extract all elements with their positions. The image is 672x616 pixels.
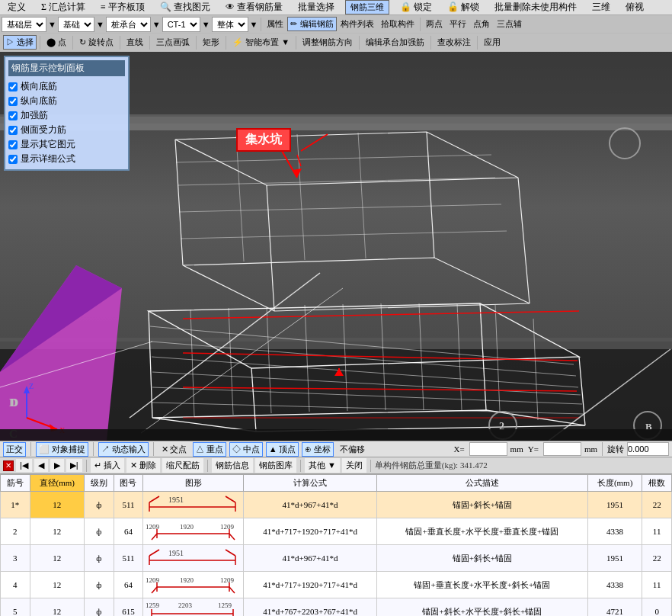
rotate-point-btn[interactable]: ↻ 旋转点 bbox=[76, 35, 117, 50]
point-btn[interactable]: ⬤ 点 bbox=[43, 35, 69, 50]
menu-unlock[interactable]: 🔓 解锁 bbox=[443, 0, 484, 14]
svg-text:1209: 1209 bbox=[220, 523, 235, 531]
menu-lock[interactable]: 🔒 锁定 bbox=[395, 0, 437, 14]
cb-show-others[interactable]: 显示其它图元 bbox=[8, 137, 125, 152]
svg-rect-70 bbox=[0, 429, 672, 441]
cb-strong-bar-input[interactable] bbox=[8, 111, 18, 120]
cell-formula: 41*d+967+41*d bbox=[244, 492, 376, 518]
rect-btn[interactable]: 矩形 bbox=[200, 35, 222, 50]
data-table-container[interactable]: 筋号 直径(mm) 级别 图号 图形 计算公式 公式描述 长度(mm) 根数 1… bbox=[0, 474, 672, 616]
component-type[interactable]: 桩承台 bbox=[106, 17, 151, 32]
th-shape: 图号 bbox=[114, 475, 143, 492]
layer-dropdown[interactable]: 基础层 bbox=[2, 17, 46, 32]
arc-btn[interactable]: 三点画弧 bbox=[153, 35, 193, 50]
cb-side-stress[interactable]: 侧面受力筋 bbox=[8, 123, 125, 137]
nav-next[interactable]: ▶ bbox=[50, 459, 64, 472]
cell-id: 1* bbox=[1, 492, 30, 518]
cb-vertical-bottom[interactable]: 纵向底筋 bbox=[8, 94, 125, 108]
menu-3d-rebar[interactable]: 钢筋三维 bbox=[345, 0, 389, 14]
th-diagram: 图形 bbox=[143, 475, 244, 492]
menu-find[interactable]: 🔍 查找图元 bbox=[155, 0, 215, 14]
cell-formula: 41*d+717+1920+717+41*d bbox=[244, 518, 376, 545]
apply-btn[interactable]: 应用 bbox=[481, 35, 504, 50]
edit-cap-rebar-btn[interactable]: 编辑承台加强筋 bbox=[363, 35, 427, 50]
cb-show-others-input[interactable] bbox=[8, 140, 18, 149]
cb-vertical-bottom-input[interactable] bbox=[8, 97, 18, 106]
smart-layout-btn[interactable]: ⚡ 智能布置 ▼ bbox=[229, 35, 293, 50]
scope-select[interactable]: 整体 bbox=[212, 17, 248, 32]
pick-component-btn[interactable]: 拾取构件 bbox=[378, 17, 418, 31]
cb-strong-bar[interactable]: 加强筋 bbox=[8, 108, 125, 123]
two-point-btn[interactable]: 两点 bbox=[423, 17, 446, 31]
cell-grade: ф bbox=[84, 545, 114, 572]
rotate-input[interactable] bbox=[627, 442, 669, 456]
status-no-offset[interactable]: 不偏移 bbox=[337, 442, 368, 457]
nav-bar: ✕ |◀ ◀ ▶ ▶| ↵ 插入 ✕ 删除 缩尺配筋 钢筋信息 钢筋图库 其他 … bbox=[0, 457, 672, 474]
table-row[interactable]: 2 12 ф 64 1209 1920 1209 bbox=[1, 518, 672, 545]
nav-scale-rebar[interactable]: 缩尺配筋 bbox=[162, 458, 203, 473]
menu-3d[interactable]: 三维 bbox=[587, 0, 615, 14]
toolbar-row3: ▷ 选择 ⬤ 点 ↻ 旋转点 直线 三点画弧 矩形 ⚡ 智能布置 ▼ 调整钢筋方… bbox=[0, 34, 672, 52]
status-center[interactable]: ◇ 中点 bbox=[229, 442, 263, 457]
cb-horizontal-bottom-input[interactable] bbox=[8, 82, 18, 91]
cell-diagram: 1951 bbox=[143, 492, 244, 518]
table-row[interactable]: 5 12 ф 615 1259 2203 1259 45 41*d+767+22… bbox=[1, 598, 672, 617]
select-btn[interactable]: ▷ 选择 bbox=[3, 35, 37, 50]
cell-shape: 615 bbox=[114, 598, 143, 617]
menu-top-view[interactable]: 俯视 bbox=[621, 0, 648, 14]
coord-y-input[interactable] bbox=[543, 442, 581, 456]
status-vertex[interactable]: ▲ 顶点 bbox=[266, 442, 299, 457]
three-point-aux-btn[interactable]: 三点辅 bbox=[494, 17, 525, 31]
panel-title: 钢筋显示控制面板 bbox=[8, 60, 125, 76]
component-id[interactable]: CT-1 bbox=[162, 17, 200, 32]
nav-insert[interactable]: ↵ 插入 bbox=[91, 458, 124, 473]
cb-side-stress-input[interactable] bbox=[8, 126, 18, 135]
status-ortho[interactable]: 正交 bbox=[3, 442, 26, 457]
svg-line-97 bbox=[152, 587, 157, 593]
viewport-3d[interactable]: 2 B C D Z X D 钢筋显示控制面板 横向底筋 纵向底筋 加强筋 bbox=[0, 52, 672, 441]
close-panel-btn[interactable]: ✕ bbox=[3, 460, 14, 471]
menu-sum[interactable]: Σ 汇总计算 bbox=[37, 0, 90, 14]
nav-delete[interactable]: ✕ 删除 bbox=[126, 458, 160, 473]
menu-batch-select[interactable]: 批量选择 bbox=[293, 0, 339, 14]
parallel-btn[interactable]: 平行 bbox=[446, 17, 469, 31]
cb-horizontal-bottom[interactable]: 横向底筋 bbox=[8, 79, 125, 94]
status-midpoint[interactable]: △ 重点 bbox=[193, 442, 226, 457]
property-btn[interactable]: 属性 bbox=[264, 17, 286, 31]
status-intersect[interactable]: ✕ 交点 bbox=[158, 442, 190, 457]
rotate-label: 旋转 bbox=[607, 444, 624, 455]
type-dropdown[interactable]: 基础 bbox=[58, 17, 94, 32]
coord-x-input[interactable] bbox=[469, 442, 507, 456]
cell-count: 0 bbox=[642, 598, 672, 617]
cb-show-formula-input[interactable] bbox=[8, 155, 18, 164]
menu-batch-delete[interactable]: 批量删除未使用构件 bbox=[490, 0, 581, 14]
menu-align[interactable]: ≡ 平齐板顶 bbox=[96, 0, 149, 14]
edit-rebar-btn[interactable]: ✏ 编辑钢筋 bbox=[287, 17, 336, 31]
table-row[interactable]: 1* 12 ф 511 1951 41*d+967+41*d bbox=[1, 492, 672, 518]
nav-rebar-lib[interactable]: 钢筋图库 bbox=[255, 458, 296, 473]
status-coord[interactable]: ⊕ 坐标 bbox=[302, 442, 334, 457]
coord-unit-mm: mm bbox=[510, 444, 523, 454]
nav-other[interactable]: 其他 ▼ bbox=[305, 458, 340, 473]
nav-first[interactable]: |◀ bbox=[16, 459, 32, 472]
line-btn[interactable]: 直线 bbox=[123, 35, 146, 50]
control-panel: 钢筋显示控制面板 横向底筋 纵向底筋 加强筋 侧面受力筋 显示其它图元 显示详细… bbox=[4, 56, 130, 171]
table-row[interactable]: 3 12 ф 511 1951 41*d+967+41*d 锚固+斜长+锚固 bbox=[1, 545, 672, 572]
menu-define[interactable]: 定义 bbox=[3, 0, 30, 14]
nav-prev[interactable]: ◀ bbox=[34, 459, 48, 472]
component-list-btn[interactable]: 构件列表 bbox=[338, 17, 377, 31]
adjust-dir-btn[interactable]: 调整钢筋方向 bbox=[299, 35, 356, 50]
coord-unit-mm2: mm bbox=[584, 444, 597, 454]
point-angle-btn[interactable]: 点角 bbox=[470, 17, 493, 31]
nav-close[interactable]: 关闭 bbox=[342, 458, 366, 473]
menu-view-rebar[interactable]: 👁 查看钢筋量 bbox=[221, 0, 287, 14]
toolbar-row2: 基础层 ▼ 基础 ▼ 桩承台 ▼ CT-1 ▼ 整体 ▼ 属性 ✏ 编辑钢筋 构… bbox=[0, 15, 672, 34]
nav-rebar-info[interactable]: 钢筋信息 bbox=[212, 458, 253, 473]
nav-last[interactable]: ▶| bbox=[66, 459, 82, 472]
table-row[interactable]: 4 12 ф 64 1209 1920 1209 41 bbox=[1, 572, 672, 598]
cb-show-formula[interactable]: 显示详细公式 bbox=[8, 152, 125, 166]
check-mark-btn[interactable]: 查改标注 bbox=[434, 35, 474, 50]
status-dynamic[interactable]: ↗ 动态输入 bbox=[98, 442, 149, 457]
rebar-table: 筋号 直径(mm) 级别 图号 图形 计算公式 公式描述 长度(mm) 根数 1… bbox=[0, 474, 672, 616]
status-snap[interactable]: ⬜ 对象捕捉 bbox=[36, 442, 88, 457]
